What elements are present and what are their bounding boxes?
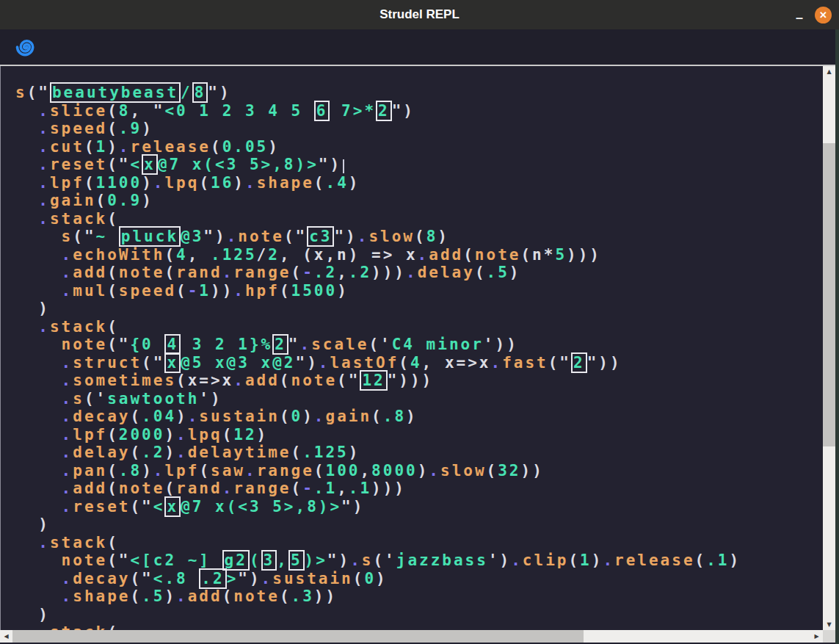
code-token: )	[268, 138, 280, 156]
code-token: ('	[373, 551, 396, 569]
code-line: s("~ pluck@3").note("c3").slow(8)	[15, 228, 823, 246]
code-token: '))	[484, 336, 518, 353]
code-token: (	[291, 264, 303, 281]
code-token	[15, 156, 38, 173]
code-token: )	[302, 408, 314, 425]
strudel-logo[interactable]	[15, 35, 38, 59]
code-token: )	[509, 264, 521, 281]
code-token	[15, 264, 62, 281]
code-token: slice	[50, 102, 107, 120]
code-token: ")	[295, 354, 318, 372]
code-token: 2000	[119, 426, 165, 444]
scroll-right-icon[interactable]: ▶	[810, 631, 823, 642]
code-token: .	[300, 336, 312, 353]
code-token: gain	[50, 192, 96, 209]
code-token: .	[62, 462, 73, 480]
code-line: s("beautybeast/8")	[15, 84, 823, 102]
code-token: )	[730, 551, 741, 569]
code-token: (	[280, 408, 291, 425]
code-token: gain	[326, 408, 372, 425]
code-token: delay	[418, 264, 475, 281]
code-token: .	[62, 372, 73, 389]
close-button[interactable]: ✕	[815, 7, 832, 23]
code-token: {0	[130, 336, 164, 353]
code-editor[interactable]: s("beautybeast/8") .slice(8, "<0 1 2 3 4…	[0, 66, 823, 630]
code-token: .	[38, 210, 50, 228]
code-token: (	[280, 587, 291, 605]
horizontal-scrollbar[interactable]: ◀ ▶	[0, 630, 823, 643]
code-token: .	[222, 264, 234, 281]
code-token: add	[73, 480, 107, 497]
code-token: (	[107, 282, 119, 300]
code-token: 0	[291, 408, 303, 425]
code-line: )	[15, 606, 823, 624]
code-token: fast	[502, 354, 548, 372]
window-right-border	[835, 29, 839, 644]
code-token: scale	[311, 336, 368, 353]
code-line: .shape(.5).add(note(.3))	[15, 587, 823, 606]
minimize-button[interactable]: –	[796, 0, 803, 32]
code-token	[15, 444, 62, 461]
code-token	[15, 390, 62, 408]
code-token: .	[153, 462, 165, 480]
code-token: ,	[337, 480, 349, 497]
code-token: (	[164, 264, 176, 281]
vertical-scroll-thumb[interactable]	[823, 143, 835, 446]
code-token: <[c2 ~]	[130, 551, 222, 569]
code-token: .	[62, 282, 73, 300]
vertical-scrollbar[interactable]: ▲ ▼	[823, 66, 835, 630]
code-line: .sometimes(x=>x.add(note("12")))	[15, 372, 823, 390]
code-token: 100	[326, 462, 360, 480]
code-token: shape	[257, 174, 314, 192]
code-token: release	[131, 138, 211, 156]
code-token: .	[38, 318, 50, 336]
text-cursor	[343, 159, 344, 173]
code-token: (	[314, 462, 326, 480]
active-token-highlight: beautybeast	[50, 82, 181, 103]
code-token: )	[15, 300, 50, 317]
code-token: .	[357, 228, 369, 245]
code-token: .	[38, 174, 50, 192]
code-token: ")))	[388, 372, 434, 389]
scroll-left-icon[interactable]: ◀	[0, 631, 12, 642]
code-token	[15, 192, 38, 209]
code-token: .	[38, 120, 50, 137]
code-token: ")	[341, 498, 364, 515]
horizontal-scroll-thumb[interactable]	[12, 630, 584, 643]
code-token: .8	[119, 462, 142, 480]
code-token: .	[319, 354, 330, 372]
code-line: .reset("<x@7 x(<3 5>,8)>")	[15, 498, 823, 516]
active-token-highlight: .2	[199, 568, 226, 589]
code-token: ("	[130, 570, 153, 587]
code-token: stack	[50, 623, 107, 630]
code-token: )	[176, 408, 188, 425]
code-token: ")	[327, 551, 350, 569]
code-token: s	[62, 228, 73, 245]
code-line: .stack(	[15, 210, 823, 228]
scroll-up-icon[interactable]: ▲	[823, 66, 835, 77]
code-token	[15, 570, 62, 587]
strudel-repl-window: { "window": { "title": "Strudel REPL", "…	[0, 0, 839, 644]
code-token: range	[257, 462, 314, 480]
code-token: jazzbass	[396, 551, 488, 569]
code-token: 1	[96, 138, 108, 156]
code-token: )	[437, 228, 449, 245]
code-token: @7 x(<3 5>,8)>	[181, 498, 341, 515]
code-token: 8	[426, 228, 438, 245]
code-token: (	[222, 587, 234, 605]
code-token: ('	[368, 336, 391, 353]
code-token: /	[181, 84, 192, 101]
code-token: sawtooth	[107, 390, 199, 408]
code-line: note("<[c2 ~] g2(3,5)>").s('jazzbass').c…	[15, 551, 823, 570]
titlebar[interactable]: Strudel REPL – ✕	[0, 0, 839, 29]
code-line: .struct("x@5 x@3 x@2").lastOf(4, x=>x.fa…	[15, 354, 823, 372]
code-token: struct	[73, 354, 142, 372]
code-line: .decay(.04).sustain(0).gain(.8)	[15, 408, 823, 426]
code-token: ~	[96, 228, 119, 245]
code-token: @3	[181, 228, 203, 245]
code-line: .speed(.9)	[15, 120, 823, 138]
code-token	[15, 120, 38, 137]
scroll-down-icon[interactable]: ▼	[823, 619, 835, 630]
code-token: (	[222, 426, 234, 444]
code-token: ("	[107, 551, 130, 569]
